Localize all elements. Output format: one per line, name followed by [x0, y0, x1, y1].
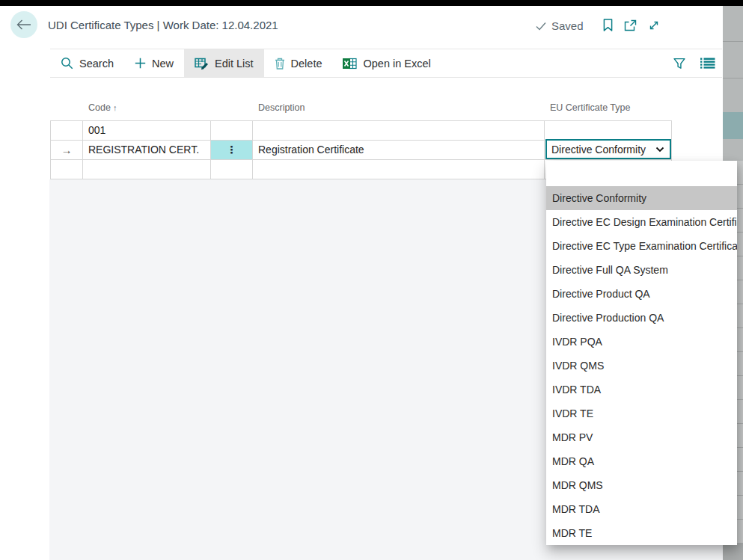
column-header-eu-label: EU Certificate Type — [550, 102, 630, 113]
search-button[interactable]: Search — [50, 49, 124, 77]
edit-table-icon — [195, 58, 209, 70]
dropdown-option[interactable] — [546, 161, 737, 186]
column-header-description-label: Description — [258, 102, 305, 113]
code-cell[interactable] — [83, 160, 211, 179]
eu-certificate-type-cell[interactable] — [545, 121, 672, 141]
row-menu-cell[interactable] — [211, 160, 253, 179]
column-header-code-label: Code — [88, 102, 111, 113]
dropdown-option[interactable]: MDR TE — [546, 521, 737, 545]
row-indicator-cell: → — [51, 141, 83, 160]
row-selector-cell[interactable] — [51, 121, 83, 141]
new-label: New — [152, 58, 174, 70]
sort-asc-icon: ↑ — [113, 103, 117, 112]
open-in-excel-button[interactable]: Open in Excel — [332, 49, 441, 77]
column-header-code[interactable]: Code↑ — [88, 102, 117, 113]
new-button[interactable]: New — [124, 49, 184, 77]
plus-icon — [135, 58, 146, 69]
code-cell[interactable]: REGISTRATION CERT. — [83, 141, 211, 160]
search-label: Search — [79, 58, 114, 70]
strip-divider — [723, 78, 743, 79]
trash-icon — [275, 58, 285, 70]
eu-certificate-type-select[interactable]: Directive Conformity — [545, 139, 671, 159]
dropdown-option[interactable]: MDR QA — [546, 449, 737, 473]
dropdown-option[interactable]: MDR PV — [546, 425, 737, 449]
dropdown-option[interactable]: Directive Conformity — [546, 186, 737, 210]
code-cell[interactable]: 001 — [83, 121, 211, 141]
dropdown-option[interactable]: IVDR PQA — [546, 330, 737, 354]
save-status: Saved — [536, 19, 584, 32]
dropdown-option[interactable]: Directive EC Design Examination Certific… — [546, 210, 737, 234]
back-button[interactable] — [10, 11, 37, 38]
page-header-actions — [603, 19, 670, 31]
strip-bottom-sliver — [723, 544, 743, 560]
eu-select-value: Directive Conformity — [547, 144, 655, 156]
dropdown-option[interactable]: Directive Production QA — [546, 306, 737, 330]
filter-icon[interactable] — [673, 58, 686, 70]
expand-diagonal-icon[interactable] — [648, 19, 660, 31]
page-title: UDI Certificate Types | Work Date: 12.04… — [48, 19, 278, 31]
checkmark-icon — [536, 22, 546, 31]
edit-list-label: Edit List — [215, 58, 254, 70]
udi-certificate-types-page: UDI Certificate Types | Work Date: 12.04… — [0, 0, 743, 560]
dropdown-option[interactable]: MDR TDA — [546, 497, 737, 521]
strip-divider — [723, 41, 743, 42]
dropdown-option[interactable]: IVDR QMS — [546, 354, 737, 378]
window-top-edge — [0, 0, 743, 6]
dropdown-option[interactable]: Directive EC Type Examination Certificat… — [546, 234, 737, 258]
open-in-excel-label: Open in Excel — [363, 58, 430, 70]
arrow-left-icon — [16, 19, 31, 30]
action-toolbar: Search New Edit List Delete — [50, 49, 722, 78]
row-selector-cell[interactable] — [51, 160, 83, 179]
delete-button[interactable]: Delete — [264, 49, 333, 77]
edit-list-button[interactable]: Edit List — [184, 49, 264, 77]
column-header-eu-certificate-type[interactable]: EU Certificate Type — [550, 102, 630, 113]
search-icon — [61, 57, 73, 70]
dropdown-option[interactable]: IVDR TDA — [546, 378, 737, 401]
dropdown-option[interactable]: IVDR TE — [546, 401, 737, 425]
delete-label: Delete — [291, 58, 322, 70]
bookmark-icon[interactable] — [603, 19, 613, 31]
description-cell[interactable]: Registration Certificate — [253, 141, 545, 160]
dropdown-option[interactable]: Directive Full QA System — [546, 258, 737, 282]
eu-certificate-type-dropdown: Directive Conformity Directive EC Design… — [546, 161, 737, 545]
row-menu-cell[interactable]: ⋮ — [211, 141, 253, 160]
excel-icon — [343, 58, 357, 70]
list-view-icon[interactable] — [700, 58, 715, 69]
open-in-new-window-icon[interactable] — [624, 19, 637, 31]
column-header-description[interactable]: Description — [258, 102, 305, 113]
row-menu-cell[interactable] — [211, 121, 253, 141]
dropdown-option[interactable]: Directive Product QA — [546, 282, 737, 306]
save-status-label: Saved — [551, 19, 584, 32]
description-cell[interactable] — [253, 121, 545, 141]
chevron-down-icon — [655, 147, 670, 153]
description-cell[interactable] — [253, 160, 545, 179]
strip-selected-row-sliver — [723, 112, 743, 139]
dropdown-option[interactable]: MDR QMS — [546, 473, 737, 497]
